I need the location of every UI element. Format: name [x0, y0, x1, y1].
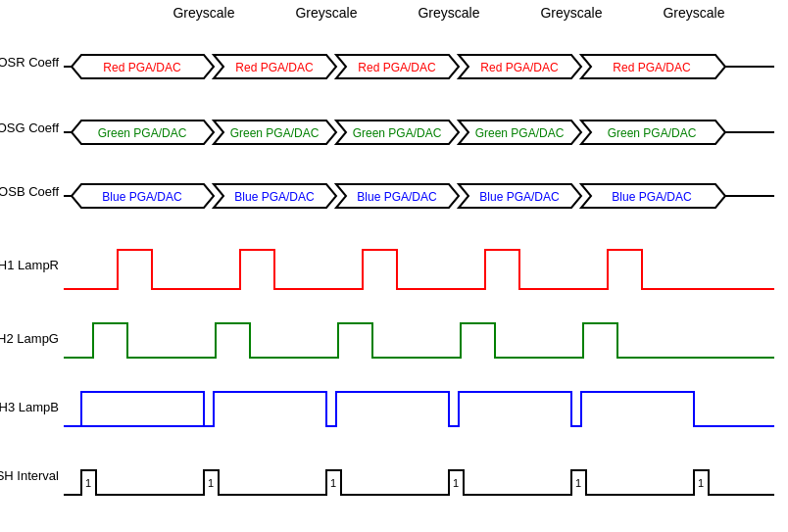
osg-text-3: Green PGA/DAC [353, 126, 442, 140]
shi-label-1: 1 [85, 477, 91, 489]
osr-text-4: Red PGA/DAC [480, 61, 559, 74]
osg-text-4: Green PGA/DAC [475, 126, 565, 140]
sh1-waveform [64, 250, 774, 289]
shi-waveform [64, 470, 774, 495]
greyscale-label-1: Greyscale [172, 5, 234, 21]
shi-label-4: 1 [453, 477, 459, 489]
sh3-label: SH3 LampB [0, 400, 59, 414]
shi-label-5: 1 [575, 477, 581, 489]
osr-text-1: Red PGA/DAC [103, 61, 181, 74]
sh1-label: SH1 LampR [0, 258, 59, 272]
greyscale-label-4: Greyscale [540, 5, 602, 21]
osg-text-2: Green PGA/DAC [230, 126, 320, 140]
greyscale-label-5: Greyscale [663, 5, 724, 21]
osb-text-4: Blue PGA/DAC [479, 190, 560, 204]
greyscale-label-2: Greyscale [295, 5, 357, 21]
sh3-waveform-seg1 [64, 392, 204, 426]
osb-text-2: Blue PGA/DAC [234, 190, 315, 204]
timing-diagram: Greyscale Greyscale Greyscale Greyscale … [0, 0, 788, 532]
osb-text-3: Blue PGA/DAC [357, 190, 437, 204]
shi-label-6: 1 [698, 477, 704, 489]
shi-label: SH Interval [0, 468, 59, 483]
osg-text-1: Green PGA/DAC [98, 126, 187, 140]
osb-text-5: Blue PGA/DAC [612, 190, 692, 204]
sh2-waveform [64, 323, 774, 358]
sh3-waveform [64, 392, 774, 426]
osb-text-1: Blue PGA/DAC [102, 190, 182, 204]
osr-text-3: Red PGA/DAC [358, 61, 436, 74]
greyscale-label-3: Greyscale [418, 5, 479, 21]
osb-label: OSB Coeff [0, 184, 59, 199]
shi-label-2: 1 [208, 477, 214, 489]
shi-label-3: 1 [330, 477, 336, 489]
osr-text-2: Red PGA/DAC [235, 61, 314, 74]
osg-text-5: Green PGA/DAC [608, 126, 697, 140]
osr-label: OSR Coeff [0, 55, 59, 70]
osr-text-5: Red PGA/DAC [613, 61, 691, 74]
sh2-label: SH2 LampG [0, 331, 59, 346]
osg-label: OSG Coeff [0, 121, 59, 135]
